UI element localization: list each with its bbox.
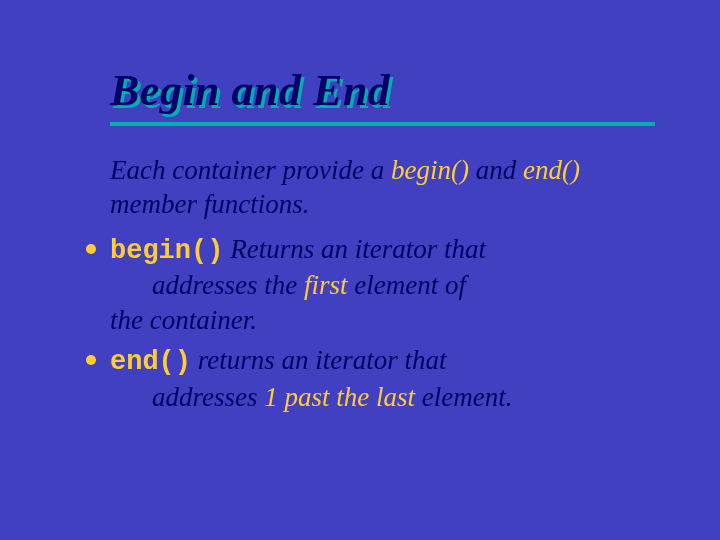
begin-first-hl: first [304, 270, 348, 300]
intro-post: member functions. [110, 189, 309, 219]
begin-line3: the container. [110, 303, 665, 338]
intro-begin-hl: begin() [391, 155, 469, 185]
intro-end-hl: end() [523, 155, 580, 185]
bullet-dot-icon [86, 244, 96, 254]
intro-mid: and [469, 155, 523, 185]
slide: Begin and End Each container provide a b… [0, 0, 720, 540]
begin-line2b: element of [348, 270, 466, 300]
begin-code: begin() [110, 236, 223, 266]
intro-pre: Each container provide a [110, 155, 391, 185]
title-underline [110, 122, 655, 126]
intro-text: Each container provide a begin() and end… [110, 154, 665, 222]
begin-line2a: addresses the [152, 270, 304, 300]
end-line2a: addresses [152, 382, 264, 412]
end-code: end() [110, 347, 191, 377]
end-line1: returns an iterator that [191, 345, 447, 375]
end-line2b: element. [415, 382, 512, 412]
slide-title: Begin and End [110, 65, 665, 116]
bullet-begin: begin() Returns an iterator that address… [110, 232, 665, 338]
bullet-end: end() returns an iterator that addresses… [110, 343, 665, 414]
bullet-dot-icon [86, 355, 96, 365]
bullet-list: begin() Returns an iterator that address… [110, 232, 665, 415]
end-pastlast-hl: 1 past the last [264, 382, 415, 412]
begin-line1: Returns an iterator that [223, 234, 486, 264]
